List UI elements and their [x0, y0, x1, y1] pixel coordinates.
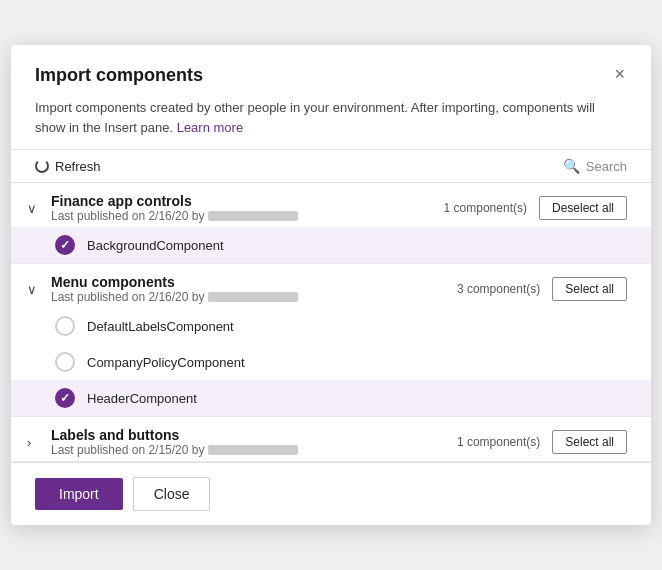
- dialog-title: Import components: [35, 65, 203, 86]
- search-icon: 🔍: [563, 158, 580, 174]
- chevron-down-icon-menu[interactable]: ∨: [27, 282, 43, 297]
- dialog-footer: Import Close: [11, 462, 651, 525]
- import-components-dialog: Import components × Import components cr…: [11, 45, 651, 525]
- author-blurred-labels: [208, 445, 298, 455]
- chevron-right-icon-labels[interactable]: ›: [27, 435, 43, 450]
- group-labels: › Labels and buttons Last published on 2…: [11, 417, 651, 462]
- group-labels-count: 1 component(s): [457, 435, 540, 449]
- author-blurred-menu: [208, 292, 298, 302]
- component-row-background[interactable]: BackgroundComponent: [11, 227, 651, 263]
- components-list: ∨ Finance app controls Last published on…: [11, 183, 651, 462]
- checkbox-background[interactable]: [55, 235, 75, 255]
- import-button[interactable]: Import: [35, 478, 123, 510]
- group-menu-count: 3 component(s): [457, 282, 540, 296]
- close-button[interactable]: Close: [133, 477, 211, 511]
- checkbox-companypolicy[interactable]: [55, 352, 75, 372]
- component-row-defaultlabels[interactable]: DefaultLabelsComponent: [11, 308, 651, 344]
- group-finance-header: ∨ Finance app controls Last published on…: [11, 183, 651, 227]
- component-row-companypolicy[interactable]: CompanyPolicyComponent: [11, 344, 651, 380]
- component-row-header[interactable]: HeaderComponent: [11, 380, 651, 416]
- group-labels-title: Labels and buttons: [51, 427, 449, 443]
- component-name-background: BackgroundComponent: [87, 238, 224, 253]
- select-all-button-menu[interactable]: Select all: [552, 277, 627, 301]
- group-labels-subtitle: Last published on 2/15/20 by: [51, 443, 449, 457]
- author-blurred: [208, 211, 298, 221]
- group-menu-actions: 3 component(s) Select all: [457, 277, 627, 301]
- select-all-button-labels[interactable]: Select all: [552, 430, 627, 454]
- group-labels-actions: 1 component(s) Select all: [457, 430, 627, 454]
- group-labels-header: › Labels and buttons Last published on 2…: [11, 417, 651, 461]
- dialog-header: Import components ×: [11, 45, 651, 98]
- component-name-header: HeaderComponent: [87, 391, 197, 406]
- group-menu-header: ∨ Menu components Last published on 2/16…: [11, 264, 651, 308]
- group-menu-title: Menu components: [51, 274, 449, 290]
- group-finance-actions: 1 component(s) Deselect all: [444, 196, 627, 220]
- dialog-toolbar: Refresh 🔍 Search: [11, 149, 651, 183]
- learn-more-link[interactable]: Learn more: [177, 120, 243, 135]
- refresh-button[interactable]: Refresh: [35, 159, 101, 174]
- group-finance: ∨ Finance app controls Last published on…: [11, 183, 651, 264]
- checkbox-defaultlabels[interactable]: [55, 316, 75, 336]
- close-icon-button[interactable]: ×: [612, 65, 627, 83]
- group-finance-title: Finance app controls: [51, 193, 436, 209]
- group-finance-count: 1 component(s): [444, 201, 527, 215]
- deselect-all-button-finance[interactable]: Deselect all: [539, 196, 627, 220]
- component-name-companypolicy: CompanyPolicyComponent: [87, 355, 245, 370]
- search-area: 🔍 Search: [563, 158, 627, 174]
- refresh-icon: [35, 159, 49, 173]
- component-name-defaultlabels: DefaultLabelsComponent: [87, 319, 234, 334]
- group-menu: ∨ Menu components Last published on 2/16…: [11, 264, 651, 417]
- checkbox-header[interactable]: [55, 388, 75, 408]
- chevron-down-icon[interactable]: ∨: [27, 201, 43, 216]
- group-finance-subtitle: Last published on 2/16/20 by: [51, 209, 436, 223]
- group-menu-subtitle: Last published on 2/16/20 by: [51, 290, 449, 304]
- dialog-description: Import components created by other peopl…: [11, 98, 651, 149]
